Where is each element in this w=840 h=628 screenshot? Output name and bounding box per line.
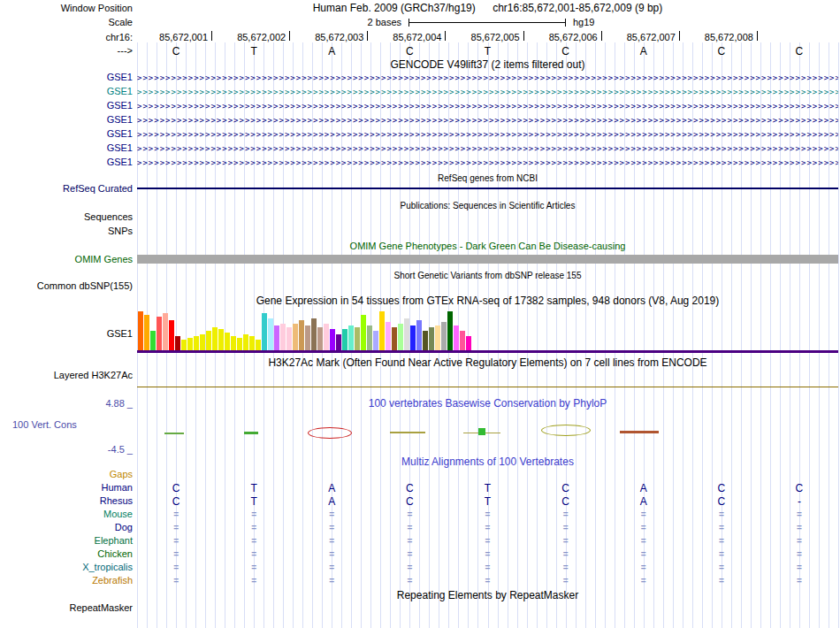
- gencode-transcript-arrows[interactable]: >>>>>>>>>>>>>>>>>>>>>>>>>>>>>>>>>>>>>>>>…: [137, 73, 838, 82]
- gtex-expression-bar[interactable]: [144, 315, 149, 350]
- track-label-gencode-gse1[interactable]: GSE1: [0, 157, 133, 167]
- gtex-expression-bar[interactable]: [249, 336, 255, 350]
- gencode-transcript-arrows[interactable]: >>>>>>>>>>>>>>>>>>>>>>>>>>>>>>>>>>>>>>>>…: [137, 102, 838, 111]
- track-label-gtex-gse1[interactable]: GSE1: [0, 328, 133, 340]
- multiz-cell: =: [605, 509, 683, 519]
- gtex-expression-bar[interactable]: [163, 313, 168, 350]
- species-label-zebrafish[interactable]: Zebrafish: [0, 575, 133, 586]
- gencode-transcript-arrows[interactable]: >>>>>>>>>>>>>>>>>>>>>>>>>>>>>>>>>>>>>>>>…: [137, 158, 838, 167]
- gtex-expression-bar[interactable]: [256, 340, 261, 350]
- species-label-human[interactable]: Human: [0, 482, 133, 493]
- multiz-cell: =: [137, 563, 215, 572]
- gtex-expression-bar[interactable]: [416, 320, 422, 350]
- gtex-expression-bar[interactable]: [330, 329, 335, 350]
- base-letter: C: [683, 45, 760, 57]
- multiz-cell: C: [527, 495, 605, 508]
- gtex-expression-bar[interactable]: [157, 317, 162, 350]
- gtex-expression-bar[interactable]: [404, 318, 409, 350]
- gtex-expression-bar[interactable]: [324, 324, 329, 350]
- gencode-transcript-arrows[interactable]: >>>>>>>>>>>>>>>>>>>>>>>>>>>>>>>>>>>>>>>>…: [137, 88, 838, 96]
- gtex-expression-bar[interactable]: [200, 334, 205, 350]
- track-label-gencode-gse1[interactable]: GSE1: [0, 128, 133, 139]
- gtex-expression-bar[interactable]: [367, 325, 372, 350]
- track-label-snps[interactable]: SNPs: [0, 226, 133, 237]
- species-label-mouse[interactable]: Mouse: [0, 509, 133, 519]
- track-label-gencode-gse1[interactable]: GSE1: [0, 72, 133, 82]
- gtex-expression-bar[interactable]: [441, 322, 447, 350]
- gtex-expression-bar[interactable]: [355, 327, 360, 350]
- species-label-elephant[interactable]: Elephant: [0, 535, 133, 546]
- track-label-gencode-gse1[interactable]: GSE1: [0, 114, 133, 125]
- gencode-transcript-arrows[interactable]: >>>>>>>>>>>>>>>>>>>>>>>>>>>>>>>>>>>>>>>>…: [137, 144, 838, 153]
- gtex-expression-bar[interactable]: [373, 331, 378, 350]
- multiz-cell: =: [527, 576, 605, 586]
- omim-genes-track-bar[interactable]: [137, 255, 838, 264]
- gtex-expression-bar[interactable]: [181, 340, 187, 350]
- track-label-gencode-gse1[interactable]: GSE1: [0, 100, 133, 111]
- gtex-expression-bar[interactable]: [299, 320, 304, 350]
- track-label-sequences[interactable]: Sequences: [0, 211, 133, 223]
- track-label-gencode-gse1[interactable]: GSE1: [0, 86, 133, 96]
- track-label-common-dbsnp[interactable]: Common dbSNP(155): [0, 280, 133, 292]
- track-label-h3k27ac[interactable]: Layered H3K27Ac: [0, 370, 133, 381]
- gtex-expression-bar[interactable]: [447, 311, 453, 350]
- coordinate-label: 85,672,006: [531, 32, 598, 42]
- gtex-expression-bar[interactable]: [410, 325, 416, 350]
- species-label-dog[interactable]: Dog: [0, 522, 133, 532]
- gtex-expression-bar[interactable]: [138, 311, 143, 350]
- gtex-expression-bar[interactable]: [336, 334, 341, 350]
- multiz-cell: =: [370, 563, 448, 572]
- gencode-transcript-arrows[interactable]: >>>>>>>>>>>>>>>>>>>>>>>>>>>>>>>>>>>>>>>>…: [137, 130, 838, 139]
- gtex-expression-bar[interactable]: [218, 329, 224, 350]
- track-label-repeatmasker[interactable]: RepeatMasker: [0, 602, 133, 614]
- gtex-expression-bar[interactable]: [454, 325, 459, 350]
- gtex-expression-bar[interactable]: [429, 327, 434, 350]
- gtex-expression-bar[interactable]: [187, 338, 193, 350]
- gtex-expression-bar[interactable]: [386, 322, 391, 350]
- gtex-expression-bar[interactable]: [280, 324, 286, 350]
- gtex-expression-bar[interactable]: [268, 318, 273, 350]
- gencode-transcript-arrows[interactable]: >>>>>>>>>>>>>>>>>>>>>>>>>>>>>>>>>>>>>>>>…: [137, 116, 838, 125]
- gtex-expression-bar[interactable]: [175, 336, 180, 350]
- track-label-refseq-curated[interactable]: RefSeq Curated: [0, 183, 133, 195]
- gtex-expression-bar[interactable]: [348, 325, 354, 350]
- track-label-gencode-gse1[interactable]: GSE1: [0, 142, 133, 153]
- multiz-cell: =: [448, 523, 526, 532]
- gtex-expression-bar[interactable]: [460, 331, 465, 350]
- gtex-expression-bar[interactable]: [379, 311, 385, 350]
- gtex-expression-bar[interactable]: [262, 313, 267, 350]
- gtex-expression-bar[interactable]: [423, 331, 428, 350]
- track-label-gaps[interactable]: Gaps: [0, 469, 133, 480]
- gtex-expression-bar[interactable]: [225, 333, 230, 350]
- multiz-cell: =: [215, 509, 293, 519]
- multiz-cell: =: [760, 509, 838, 519]
- gtex-expression-bar[interactable]: [237, 338, 242, 350]
- gtex-expression-bar[interactable]: [243, 334, 248, 350]
- scale-bar: [409, 19, 566, 27]
- species-label-chicken[interactable]: Chicken: [0, 548, 133, 559]
- gtex-expression-bar[interactable]: [293, 324, 298, 350]
- gtex-expression-bar[interactable]: [342, 329, 347, 350]
- strand-direction-label: --->: [0, 45, 133, 57]
- refseq-curated-track[interactable]: [137, 188, 838, 189]
- gtex-expression-bar[interactable]: [305, 325, 310, 350]
- gtex-expression-bar[interactable]: [317, 327, 323, 350]
- gtex-expression-bar[interactable]: [361, 315, 366, 350]
- gtex-expression-bar[interactable]: [435, 325, 440, 350]
- track-label-100-vert-cons[interactable]: 100 Vert. Cons: [12, 419, 77, 431]
- species-label-x-tropicalis[interactable]: X_tropicalis: [0, 562, 133, 572]
- gtex-expression-bar[interactable]: [231, 336, 236, 350]
- gtex-expression-bar[interactable]: [466, 336, 471, 350]
- species-label-rhesus[interactable]: Rhesus: [0, 495, 133, 506]
- gtex-expression-bar[interactable]: [169, 320, 174, 350]
- gtex-expression-bar[interactable]: [206, 331, 211, 350]
- gtex-expression-bar[interactable]: [274, 325, 279, 350]
- gtex-expression-bar[interactable]: [392, 327, 397, 350]
- gtex-expression-bar[interactable]: [311, 318, 317, 350]
- track-label-omim-genes[interactable]: OMIM Genes: [0, 254, 133, 265]
- gtex-expression-bar[interactable]: [212, 327, 218, 350]
- gtex-expression-bar[interactable]: [398, 324, 403, 350]
- gtex-expression-bar[interactable]: [194, 336, 199, 350]
- gtex-expression-bar[interactable]: [150, 331, 156, 350]
- gtex-expression-bar[interactable]: [286, 327, 292, 350]
